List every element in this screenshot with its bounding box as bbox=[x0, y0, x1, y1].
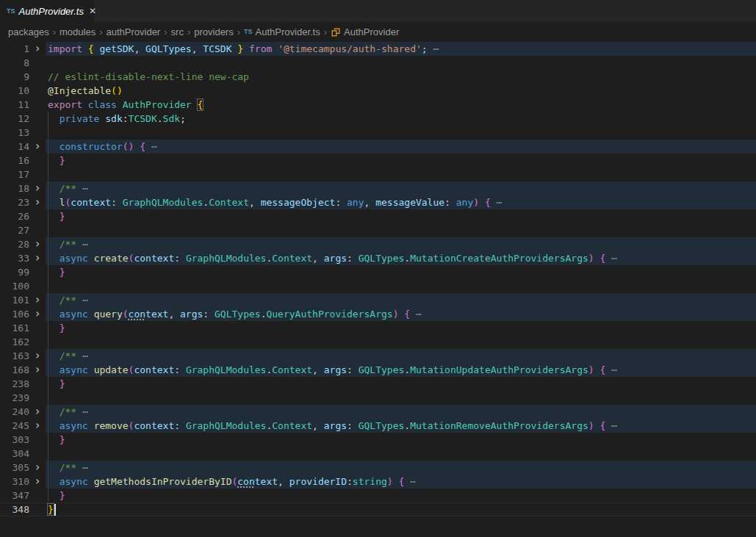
code-token: GQLTypes bbox=[145, 43, 192, 54]
code-line-100[interactable]: 100 bbox=[0, 279, 756, 293]
gutter: 14› bbox=[0, 140, 46, 154]
line-number[interactable]: 99 bbox=[0, 265, 29, 279]
code-line-26[interactable]: 26 } bbox=[0, 209, 756, 223]
code-text: /** ⋯ bbox=[46, 237, 756, 251]
line-number[interactable]: 8 bbox=[0, 56, 29, 70]
code-line-239[interactable]: 239 bbox=[0, 391, 756, 405]
line-number[interactable]: 12 bbox=[0, 112, 29, 126]
code-line-161[interactable]: 161 } bbox=[0, 321, 756, 335]
line-number[interactable]: 16 bbox=[0, 154, 29, 167]
code-line-303[interactable]: 303 } bbox=[0, 433, 756, 447]
code-token: , bbox=[364, 197, 376, 208]
code-line-18[interactable]: 18› /** ⋯ bbox=[0, 181, 756, 195]
fold-chevron-icon[interactable]: › bbox=[29, 405, 46, 419]
line-number[interactable]: 310 bbox=[0, 475, 29, 489]
line-number[interactable]: 28 bbox=[0, 237, 29, 251]
code-line-11[interactable]: 11export class AuthProvider { bbox=[0, 98, 756, 112]
line-number[interactable]: 347 bbox=[0, 489, 29, 502]
line-number[interactable]: 240 bbox=[0, 405, 29, 419]
breadcrumb-item-packages[interactable]: packages bbox=[8, 26, 49, 37]
line-number[interactable]: 17 bbox=[0, 167, 29, 181]
line-number[interactable]: 26 bbox=[0, 209, 29, 223]
tab-authprovider-ts[interactable]: TS AuthProvider.ts ✕ bbox=[0, 0, 94, 22]
line-number[interactable]: 10 bbox=[0, 84, 29, 98]
line-number[interactable]: 18 bbox=[0, 181, 29, 195]
code-line-23[interactable]: 23› l(context: GraphQLModules.Context, m… bbox=[0, 195, 756, 209]
line-number[interactable]: 106 bbox=[0, 307, 29, 321]
code-line-162[interactable]: 162 bbox=[0, 335, 756, 349]
gutter: 1› bbox=[0, 42, 46, 56]
breadcrumb-item-authprovider[interactable]: authProvider bbox=[106, 26, 160, 37]
line-number[interactable]: 238 bbox=[0, 377, 29, 391]
line-number[interactable]: 9 bbox=[0, 70, 29, 84]
code-line-304[interactable]: 304 bbox=[0, 447, 756, 461]
code-token: : bbox=[347, 476, 353, 487]
code-line-99[interactable]: 99 } bbox=[0, 265, 756, 279]
fold-chevron-icon[interactable]: › bbox=[29, 461, 46, 475]
code-line-245[interactable]: 245› async remove(context: GraphQLModule… bbox=[0, 419, 756, 433]
fold-chevron-icon[interactable]: › bbox=[29, 349, 46, 363]
code-line-305[interactable]: 305› /** ⋯ bbox=[0, 461, 756, 475]
line-number[interactable]: 303 bbox=[0, 433, 29, 447]
fold-chevron-icon[interactable]: › bbox=[29, 419, 46, 433]
line-number[interactable]: 168 bbox=[0, 363, 29, 377]
line-number[interactable]: 1 bbox=[0, 42, 29, 56]
fold-chevron-icon[interactable]: › bbox=[29, 251, 46, 265]
code-line-16[interactable]: 16 } bbox=[0, 154, 756, 167]
code-line-27[interactable]: 27 bbox=[0, 223, 756, 237]
line-number[interactable]: 348 bbox=[0, 502, 29, 516]
line-number[interactable]: 305 bbox=[0, 461, 29, 475]
breadcrumb-item-authprovider-ts[interactable]: TSAuthProvider.ts bbox=[244, 26, 320, 37]
fold-chevron-icon[interactable]: › bbox=[29, 181, 46, 195]
typescript-file-icon: TS bbox=[244, 29, 253, 35]
close-icon[interactable]: ✕ bbox=[87, 6, 98, 16]
code-line-17[interactable]: 17 bbox=[0, 167, 756, 181]
breadcrumb-item-modules[interactable]: modules bbox=[60, 26, 96, 37]
line-number[interactable]: 23 bbox=[0, 195, 29, 209]
fold-chevron-icon[interactable]: › bbox=[29, 195, 46, 209]
line-number[interactable]: 11 bbox=[0, 98, 29, 112]
line-number[interactable]: 33 bbox=[0, 251, 29, 265]
code-line-238[interactable]: 238 } bbox=[0, 377, 756, 391]
line-number[interactable]: 162 bbox=[0, 335, 29, 349]
line-number[interactable]: 304 bbox=[0, 447, 29, 461]
line-number[interactable]: 161 bbox=[0, 321, 29, 335]
code-line-310[interactable]: 310› async getMethodsInProviderByID(cont… bbox=[0, 475, 756, 489]
code-line-163[interactable]: 163› /** ⋯ bbox=[0, 349, 756, 363]
line-number[interactable]: 101 bbox=[0, 293, 29, 307]
line-number[interactable]: 239 bbox=[0, 391, 29, 405]
code-line-168[interactable]: 168› async update(context: GraphQLModule… bbox=[0, 363, 756, 377]
fold-chevron-icon[interactable]: › bbox=[29, 363, 46, 377]
gutter: 23› bbox=[0, 195, 46, 209]
fold-chevron-icon[interactable]: › bbox=[29, 293, 46, 307]
line-number[interactable]: 27 bbox=[0, 223, 29, 237]
code-line-240[interactable]: 240› /** ⋯ bbox=[0, 405, 756, 419]
fold-chevron-icon[interactable]: › bbox=[29, 475, 46, 489]
line-number[interactable]: 13 bbox=[0, 126, 29, 140]
code-line-12[interactable]: 12 private sdk:TCSDK.Sdk; bbox=[0, 112, 756, 126]
breadcrumb-item-src[interactable]: src bbox=[171, 26, 184, 37]
code-line-9[interactable]: 9// eslint-disable-next-line new-cap bbox=[0, 70, 756, 84]
fold-chevron-icon[interactable]: › bbox=[29, 42, 46, 56]
line-number[interactable]: 100 bbox=[0, 279, 29, 293]
breadcrumb-item-providers[interactable]: providers bbox=[194, 26, 233, 37]
code-line-14[interactable]: 14› constructor() { ⋯ bbox=[0, 140, 756, 154]
code-line-1[interactable]: 1›import { getSDK, GQLTypes, TCSDK } fro… bbox=[0, 42, 756, 56]
fold-chevron-icon[interactable]: › bbox=[29, 237, 46, 251]
line-number[interactable]: 14 bbox=[0, 140, 29, 154]
line-number[interactable]: 163 bbox=[0, 349, 29, 363]
code-line-28[interactable]: 28› /** ⋯ bbox=[0, 237, 756, 251]
breadcrumb-label: packages bbox=[8, 26, 49, 37]
code-line-101[interactable]: 101› /** ⋯ bbox=[0, 293, 756, 307]
code-line-13[interactable]: 13 bbox=[0, 126, 756, 140]
code-line-8[interactable]: 8 bbox=[0, 56, 756, 70]
fold-chevron-icon[interactable]: › bbox=[29, 307, 46, 321]
code-line-106[interactable]: 106› async query(context, args: GQLTypes… bbox=[0, 307, 756, 321]
fold-chevron-icon[interactable]: › bbox=[29, 140, 46, 154]
code-line-347[interactable]: 347 } bbox=[0, 489, 756, 502]
line-number[interactable]: 245 bbox=[0, 419, 29, 433]
code-line-33[interactable]: 33› async create(context: GraphQLModules… bbox=[0, 251, 756, 265]
code-line-348[interactable]: 348} bbox=[0, 502, 756, 516]
breadcrumb-item-authprovider[interactable]: AuthProvider bbox=[331, 26, 399, 37]
code-line-10[interactable]: 10@Injectable() bbox=[0, 84, 756, 98]
